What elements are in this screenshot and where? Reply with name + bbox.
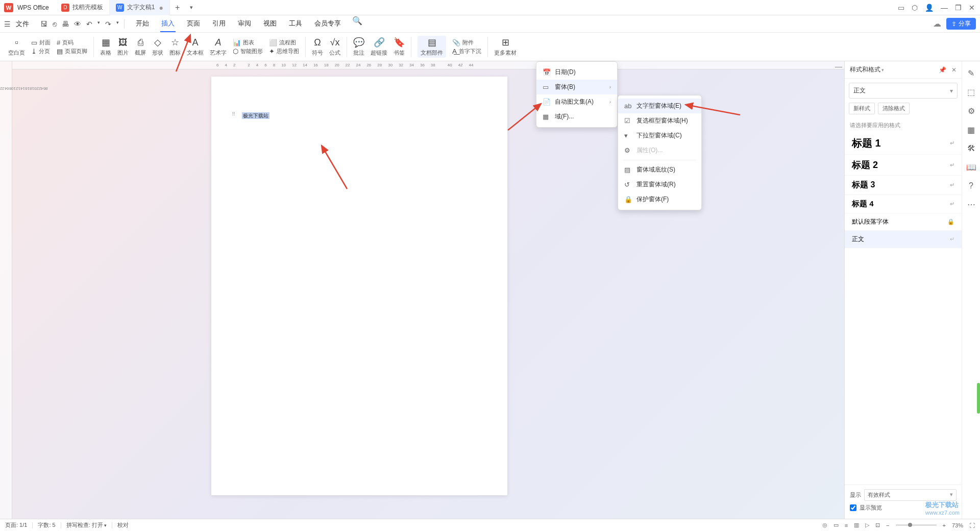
header-footer-button[interactable]: ▤页眉页脚 — [57, 47, 87, 55]
chevron-down-icon[interactable]: ▾ — [881, 67, 884, 73]
pin-icon[interactable]: 📌 — [939, 66, 946, 74]
attachment-button[interactable]: 📎附件 — [452, 39, 481, 46]
screenshot-button[interactable]: ⎙截屏 — [135, 37, 146, 57]
view-page-icon[interactable]: ▭ — [834, 522, 839, 528]
undo-icon[interactable]: ↶ — [86, 20, 92, 28]
current-style-select[interactable]: 正文 ▾ — [849, 83, 958, 99]
redo-dropdown-icon[interactable]: ▾ — [116, 20, 119, 28]
user-avatar-icon[interactable]: 👤 — [925, 4, 934, 12]
page-break-button[interactable]: ⤓分页 — [31, 47, 51, 55]
print-icon[interactable]: 🖶 — [62, 20, 69, 28]
hamburger-icon[interactable]: ☰ — [4, 20, 11, 28]
panel-close-icon[interactable]: ✕ — [951, 66, 957, 74]
display-select[interactable]: 有效样式▾ — [864, 489, 957, 501]
zoom-slider[interactable] — [896, 524, 937, 526]
tab-document[interactable]: W 文字文稿1 ● — [110, 0, 170, 15]
menu-dropdown-form[interactable]: ▾下拉型窗体域(C) — [618, 128, 701, 143]
table-button[interactable]: ▦表格 — [100, 37, 111, 57]
reader-icon[interactable]: ▭ — [898, 4, 904, 12]
style-body[interactable]: 正文↵ — [845, 231, 962, 248]
style-default-para[interactable]: 默认段落字体🔒 — [845, 213, 962, 231]
grid-icon[interactable]: ▦ — [967, 125, 975, 135]
play-icon[interactable]: ▷ — [865, 522, 869, 528]
selected-text[interactable]: 极光下载站 — [242, 112, 270, 119]
comment-button[interactable]: 💬批注 — [353, 37, 364, 57]
redo-icon[interactable]: ↷ — [105, 20, 111, 28]
fit-icon[interactable]: ⊡ — [875, 522, 880, 528]
expand-icon[interactable]: ⛶ — [969, 522, 975, 528]
view-web-icon[interactable]: ▥ — [854, 522, 859, 528]
show-preview-checkbox[interactable] — [850, 504, 856, 511]
equation-button[interactable]: √x公式 — [329, 37, 340, 57]
menu-shading[interactable]: ▨窗体域底纹(S) — [618, 162, 701, 177]
tab-menu-icon[interactable]: ▾ — [185, 4, 198, 11]
icon-button[interactable]: ☆图标 — [169, 37, 181, 57]
settings-icon[interactable]: ⚙ — [968, 106, 975, 116]
tab-insert[interactable]: 插入 — [160, 16, 176, 32]
print-preview-icon[interactable]: 👁 — [74, 20, 81, 28]
clear-format-button[interactable]: 清除格式 — [878, 103, 910, 114]
drag-handle-icon[interactable]: ⠿ — [232, 111, 236, 117]
textbox-button[interactable]: A文本框 — [187, 37, 204, 57]
search-icon[interactable]: 🔍 — [352, 16, 362, 32]
save-icon[interactable]: 🖫 — [40, 20, 47, 28]
wordart-button[interactable]: A艺术字 — [210, 37, 227, 57]
export-icon[interactable]: ⎋ — [53, 20, 57, 28]
style-heading1[interactable]: 标题 1↵ — [845, 132, 962, 155]
page-indicator[interactable]: 页面: 1/1 — [5, 521, 27, 529]
tab-member[interactable]: 会员专享 — [313, 16, 342, 32]
panel-collapse-icon[interactable]: — — [835, 62, 842, 69]
cube-icon[interactable]: ⬡ — [912, 4, 918, 12]
new-style-button[interactable]: 新样式 — [849, 103, 875, 114]
menu-protect-form[interactable]: 🔒保护窗体(F) — [618, 192, 701, 207]
more-materials-button[interactable]: ⊞更多素材 — [494, 37, 517, 57]
help-icon[interactable]: ? — [969, 181, 973, 190]
zoom-out-icon[interactable]: − — [886, 522, 889, 528]
select-icon[interactable]: ⬚ — [967, 87, 975, 97]
maximize-icon[interactable]: ❐ — [955, 4, 962, 12]
style-heading4[interactable]: 标题 4↵ — [845, 195, 962, 213]
hyperlink-button[interactable]: 🔗超链接 — [371, 37, 387, 57]
doc-parts-button[interactable]: ▤文档部件 — [418, 36, 446, 58]
flowchart-button[interactable]: ⬜流程图 — [269, 39, 299, 46]
chart-button[interactable]: 📊图表 — [233, 39, 263, 46]
undo-dropdown-icon[interactable]: ▾ — [97, 20, 100, 28]
blank-page-button[interactable]: ▫空白页 — [8, 37, 25, 57]
vertical-ruler[interactable]: 224681012141618202468 — [0, 61, 12, 519]
focus-mode-icon[interactable]: ◎ — [822, 522, 827, 528]
word-count[interactable]: 字数: 5 — [38, 521, 55, 529]
book-icon[interactable]: 📖 — [966, 162, 976, 172]
page-number-button[interactable]: #页码 — [57, 39, 87, 46]
tab-view[interactable]: 视图 — [262, 16, 278, 32]
tools-icon[interactable]: 🛠 — [967, 144, 975, 153]
cover-button[interactable]: ▭封面 — [31, 39, 51, 46]
style-heading3[interactable]: 标题 3↵ — [845, 176, 962, 195]
menu-autotext[interactable]: 📄自动图文集(A)› — [536, 94, 617, 109]
page[interactable]: ⠿ 极光下载站 — [211, 77, 507, 495]
edit-icon[interactable]: ✎ — [968, 68, 974, 78]
picture-button[interactable]: 🖼图片 — [117, 37, 129, 57]
file-menu[interactable]: 文件 — [16, 19, 29, 29]
tab-close-icon[interactable]: ● — [159, 4, 163, 12]
tab-home[interactable]: 开始 — [135, 16, 150, 32]
bookmark-button[interactable]: 🔖书签 — [394, 37, 405, 57]
tab-references[interactable]: 引用 — [211, 16, 227, 32]
shape-button[interactable]: ◇形状 — [152, 37, 163, 57]
proofread-status[interactable]: 校对 — [117, 521, 129, 529]
cloud-icon[interactable]: ☁ — [933, 19, 941, 29]
style-heading2[interactable]: 标题 2↵ — [845, 155, 962, 176]
tab-tools[interactable]: 工具 — [288, 16, 303, 32]
menu-reset-form[interactable]: ↺重置窗体域(R) — [618, 177, 701, 192]
smartart-button[interactable]: ⬡智能图形 — [233, 47, 263, 55]
minimize-icon[interactable]: — — [941, 4, 948, 12]
menu-checkbox-form[interactable]: ☑复选框型窗体域(H) — [618, 113, 701, 128]
zoom-level[interactable]: 73% — [952, 522, 963, 528]
view-outline-icon[interactable]: ≡ — [845, 522, 848, 528]
menu-text-form[interactable]: ab文字型窗体域(E) — [618, 99, 701, 113]
more-icon[interactable]: ⋯ — [967, 200, 975, 209]
tab-page[interactable]: 页面 — [186, 16, 201, 32]
menu-date[interactable]: 📅日期(D) — [536, 65, 617, 80]
symbol-button[interactable]: Ω符号 — [312, 37, 323, 57]
new-tab-button[interactable]: + — [170, 3, 185, 12]
tab-review[interactable]: 审阅 — [237, 16, 252, 32]
